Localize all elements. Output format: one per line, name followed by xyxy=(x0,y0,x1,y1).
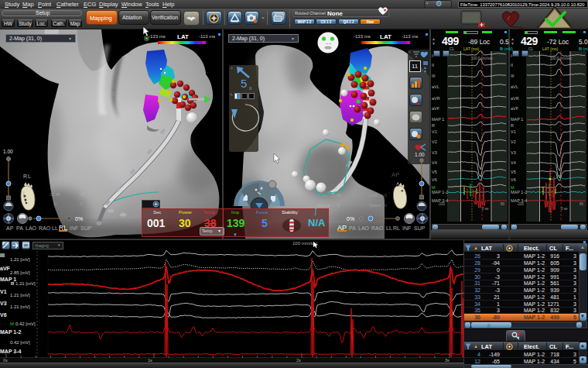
svg-text:0: 0 xyxy=(385,193,387,198)
svg-text:AP: AP xyxy=(391,171,400,178)
svg-text:LAO: LAO xyxy=(369,193,378,198)
svg-text:Swivel: Swivel xyxy=(369,203,381,208)
svg-text:0: 0 xyxy=(54,201,56,206)
svg-text:0: 0 xyxy=(385,203,387,208)
svg-text:0: 0 xyxy=(80,201,83,206)
svg-text:Cranial: Cranial xyxy=(316,203,330,208)
svg-text:0: 0 xyxy=(337,203,340,208)
svg-text:50: 50 xyxy=(80,192,85,197)
svg-text:20.48: 20.48 xyxy=(50,192,60,197)
